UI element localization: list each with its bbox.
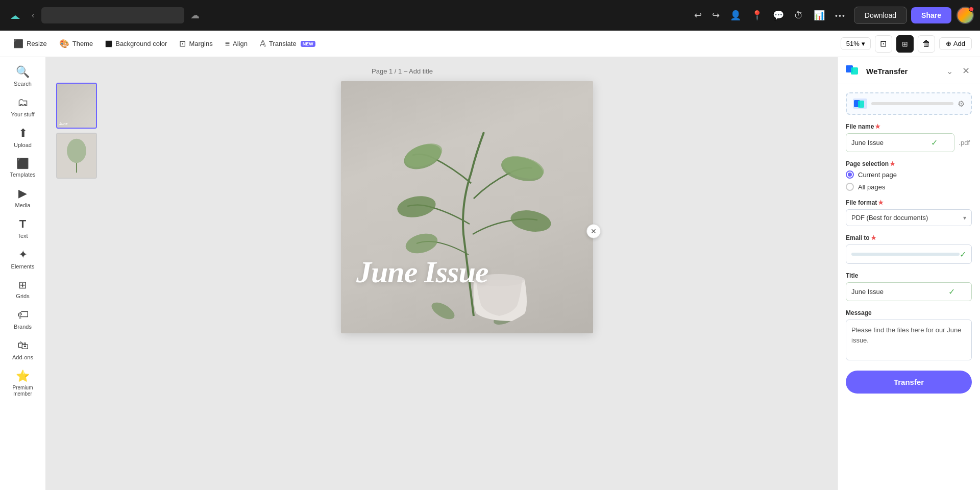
add-button[interactable]: ⊕ Add [939, 37, 972, 50]
sidebar-item-text[interactable]: T Text [4, 213, 42, 243]
svg-point-8 [396, 193, 437, 220]
file-format-select[interactable]: PDF (Best for documents) ▾ [846, 209, 972, 226]
file-format-required: ★ [878, 199, 884, 206]
upload-progress-bar [871, 102, 953, 105]
translate-button[interactable]: 𝔸 Translate NEW [255, 36, 321, 52]
background-color-button[interactable]: Background color [100, 37, 172, 51]
page-selection-label: Page selection ★ [846, 160, 972, 167]
email-to-group: Email to ★ ✓ [846, 234, 972, 264]
panel-title: WeTransfer [866, 67, 939, 76]
sidebar-item-brands[interactable]: 🏷 Brands [4, 304, 42, 334]
undo-button[interactable]: ↩ [690, 7, 706, 24]
email-to-input[interactable]: ✓ [846, 244, 972, 264]
toolbar-right: 51% ▾ ⊡ ⊞ 🗑 ⊕ Add [841, 35, 972, 53]
more-button[interactable]: ••• [831, 7, 850, 24]
radio-current-page[interactable]: Current page [846, 170, 972, 179]
zoom-value: 51% [846, 40, 860, 47]
sidebar-item-media[interactable]: ▶ Media [4, 183, 42, 212]
align-label: Align [233, 40, 248, 47]
radio-group: Current page All pages [846, 170, 972, 191]
title-check-icon: ✓ [948, 287, 955, 297]
file-format-value: PDF (Best for documents) [851, 214, 928, 222]
title-value: June Issue [851, 288, 884, 296]
zoom-control[interactable]: 51% ▾ [841, 37, 871, 50]
search-input[interactable] [41, 7, 184, 23]
message-group: Message Please find the files here for o… [846, 309, 972, 360]
sidebar-item-templates[interactable]: ⬛ Templates [4, 153, 42, 182]
title-field-label: Title [846, 272, 972, 279]
canvas-close-button[interactable]: ✕ [586, 224, 601, 238]
thumbnail-2[interactable] [56, 133, 97, 179]
bg-color-label: Background color [115, 40, 167, 47]
avatar[interactable] [957, 7, 974, 24]
message-label: Message [846, 309, 972, 316]
upload-area[interactable]: ⚙ [846, 92, 972, 115]
bg-color-swatch [105, 40, 112, 47]
email-to-required: ★ [871, 234, 876, 241]
upload-settings-icon[interactable]: ⚙ [958, 99, 965, 109]
present-button[interactable]: 📍 [747, 7, 767, 24]
sidebar-item-your-stuff[interactable]: 🗂 Your stuff [4, 92, 42, 121]
app-logo[interactable] [6, 6, 24, 24]
sidebar-item-addons-label: Add-ons [12, 354, 33, 360]
download-button[interactable]: Download [854, 7, 907, 24]
sidebar-item-premium-label: Premium member [7, 385, 39, 397]
sidebar-item-addons[interactable]: 🛍 Add-ons [4, 335, 42, 364]
file-name-group: File name ★ June Issue ✓ .pdf [846, 123, 972, 152]
grids-icon: ⊞ [18, 279, 27, 291]
email-check-icon: ✓ [960, 250, 966, 259]
collaborators-button[interactable]: 👤 [726, 7, 745, 24]
comments-button[interactable]: 💬 [769, 7, 788, 24]
add-label: Add [953, 40, 965, 47]
design-canvas[interactable]: June Issue [341, 81, 593, 333]
page-view-button[interactable]: ⊡ [875, 35, 892, 53]
sidebar-item-search[interactable]: 🔍 Search [4, 61, 42, 91]
premium-icon: ⭐ [16, 370, 30, 383]
radio-all-pages-dot [846, 183, 854, 191]
file-name-input[interactable]: June Issue ✓ [846, 133, 954, 152]
theme-button[interactable]: 🎨 Theme [54, 36, 98, 52]
translate-badge: NEW [301, 41, 315, 47]
wetransfer-panel: WeTransfer ⌄ ✕ ⚙ File name ★ [837, 57, 980, 490]
grid-view-button[interactable]: ⊞ [896, 35, 914, 53]
wetransfer-logo [846, 65, 862, 77]
transfer-button[interactable]: Transfer [846, 371, 972, 394]
page-selection-required: ★ [890, 160, 895, 167]
radio-all-pages[interactable]: All pages [846, 183, 972, 191]
margins-icon: ⊡ [179, 39, 186, 48]
file-name-required: ★ [875, 123, 880, 130]
resize-label: Resize [27, 40, 47, 47]
sidebar-item-elements[interactable]: ✦ Elements [4, 244, 42, 274]
message-value: Please find the files here for our June … [851, 326, 961, 344]
align-button[interactable]: ≡ Align [220, 36, 253, 52]
back-button[interactable]: ‹ [29, 8, 37, 23]
cloud-icon: ☁ [190, 10, 200, 21]
file-format-label: File format ★ [846, 199, 972, 206]
panel-close-button[interactable]: ✕ [960, 64, 972, 78]
elements-icon: ✦ [18, 248, 28, 261]
thumbnail-1[interactable]: June [56, 83, 97, 129]
delete-button[interactable]: 🗑 [918, 35, 935, 53]
margins-button[interactable]: ⊡ Margins [174, 36, 217, 52]
sidebar-item-upload[interactable]: ⬆ Upload [4, 122, 42, 152]
redo-button[interactable]: ↪ [708, 7, 724, 24]
page-label[interactable]: Page 1 / 1 – Add title [372, 67, 433, 75]
svg-rect-19 [858, 101, 864, 108]
title-input[interactable]: June Issue ✓ [846, 282, 972, 301]
file-suffix: .pdf [957, 139, 972, 146]
share-button[interactable]: Share [911, 7, 951, 23]
share-present-button[interactable]: 📊 [810, 7, 829, 24]
radio-all-pages-label: All pages [858, 183, 885, 191]
message-input[interactable]: Please find the files here for our June … [846, 320, 972, 360]
email-to-label: Email to ★ [846, 234, 972, 241]
media-icon: ▶ [18, 187, 27, 200]
resize-button[interactable]: ⬛ Resize [8, 36, 52, 52]
svg-point-10 [403, 230, 439, 256]
templates-icon: ⬛ [16, 157, 29, 169]
canvas-container: June Issue ✕ [341, 81, 593, 333]
sidebar-item-grids[interactable]: ⊞ Grids [4, 275, 42, 303]
panel-collapse-button[interactable]: ⌄ [943, 65, 956, 77]
sidebar-item-premium[interactable]: ⭐ Premium member [4, 365, 42, 401]
more-icon: ••• [835, 12, 846, 20]
timer-button[interactable]: ⏱ [790, 7, 807, 24]
